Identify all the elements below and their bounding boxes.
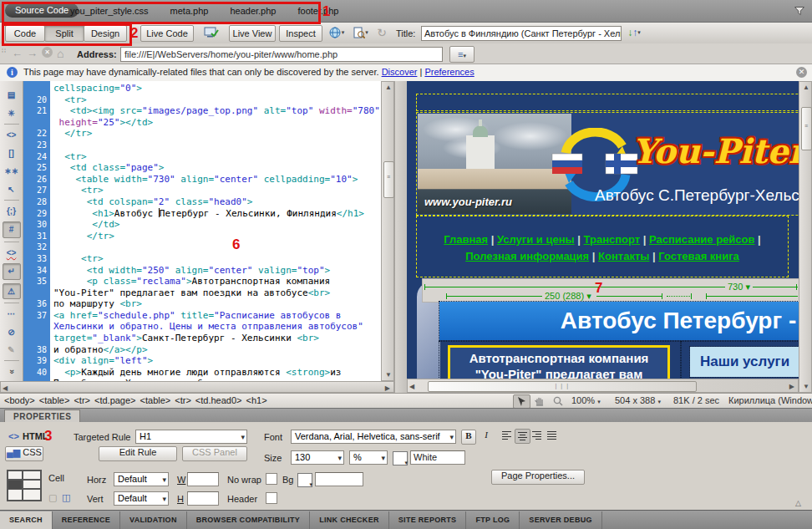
select-tool-icon[interactable] bbox=[513, 394, 530, 409]
align-right-icon[interactable] bbox=[530, 429, 544, 442]
design-view-button[interactable]: Design bbox=[84, 25, 127, 42]
scroll-left-icon[interactable]: ◀ bbox=[3, 384, 8, 392]
related-file-tab[interactable]: footer.php bbox=[297, 3, 338, 18]
results-tab-validation[interactable]: VALIDATION bbox=[120, 511, 187, 529]
targeted-rule-select[interactable]: H1 bbox=[135, 430, 247, 444]
refresh-design-view-icon[interactable]: ↻ bbox=[374, 25, 389, 40]
code-line[interactable]: 38и обратно</a></p> bbox=[23, 344, 381, 356]
scroll-down-icon[interactable]: ▼ bbox=[799, 383, 812, 390]
code-line[interactable]: 40 <p>Каждый день многие люди отправляют… bbox=[23, 367, 381, 379]
toolbar-grip[interactable]: ⁞⁞ bbox=[2, 48, 7, 53]
code-line[interactable]: cellspacing="0"> bbox=[23, 83, 381, 94]
align-center-icon[interactable] bbox=[515, 429, 530, 444]
code-line[interactable]: 24 <tr> bbox=[23, 151, 381, 163]
filter-related-files-icon[interactable] bbox=[794, 5, 805, 17]
discover-link[interactable]: Discover bbox=[382, 67, 418, 77]
preferences-link[interactable]: Preferences bbox=[424, 67, 474, 77]
size-select[interactable]: 130 bbox=[291, 450, 344, 465]
code-line[interactable]: 23 bbox=[23, 140, 381, 151]
code-line[interactable]: target="_blank">Санкт-Петербург - Хельси… bbox=[23, 333, 381, 344]
bg-color-swatch[interactable] bbox=[297, 473, 312, 487]
hand-tool-icon[interactable] bbox=[531, 394, 547, 407]
nav-link[interactable]: Контакты bbox=[598, 250, 649, 262]
code-line[interactable]: 34 <td width="250" align="center" valign… bbox=[23, 265, 381, 277]
tag-selector-item[interactable]: <tr> bbox=[74, 395, 90, 405]
back-icon[interactable]: ← bbox=[12, 47, 23, 59]
apply-comment-icon[interactable]: ⋯ bbox=[3, 307, 20, 321]
bold-button[interactable]: B bbox=[461, 430, 476, 445]
header-checkbox[interactable] bbox=[266, 492, 277, 504]
code-vertical-scrollbar[interactable]: ▲ ≡ ▼ bbox=[381, 81, 394, 381]
nav-link[interactable]: Транспорт bbox=[584, 233, 641, 246]
scroll-right-icon[interactable]: ▶ bbox=[385, 384, 390, 392]
horz-select[interactable]: Default bbox=[114, 472, 169, 486]
code-line[interactable]: 26 <table width="730" align="center" cel… bbox=[23, 174, 381, 186]
align-justify-icon[interactable] bbox=[545, 429, 559, 442]
word-wrap-icon[interactable]: ↵ bbox=[3, 263, 21, 279]
close-info-bar-icon[interactable]: ✕ bbox=[796, 67, 807, 78]
related-file-tab[interactable]: meta.php bbox=[170, 3, 209, 18]
related-file-tab[interactable]: you_piter_style.css bbox=[70, 3, 149, 18]
live-code-button[interactable]: Live Code bbox=[140, 25, 194, 42]
bg-color-field[interactable] bbox=[315, 472, 363, 486]
code-line[interactable]: 20 <tr> bbox=[23, 94, 381, 106]
preview-in-browser-icon[interactable]: ▾ bbox=[327, 25, 346, 40]
line-numbers-icon[interactable]: # bbox=[3, 221, 21, 237]
height-field[interactable] bbox=[187, 491, 219, 506]
results-tab-search[interactable]: SEARCH bbox=[0, 511, 53, 529]
split-cell-icon[interactable]: ◫ bbox=[62, 492, 70, 503]
nav-link[interactable]: Гостевая книга bbox=[658, 250, 739, 262]
source-code-tab[interactable]: Source Code bbox=[5, 3, 79, 18]
tag-selector-item[interactable]: <table> bbox=[140, 395, 171, 405]
design-horizontal-scrollbar[interactable]: ◀ ❘❘❘ ▶ bbox=[407, 379, 799, 393]
design-view[interactable]: www.you-piter.ru bbox=[407, 81, 799, 379]
tag-selector-item[interactable]: <h1> bbox=[246, 395, 267, 405]
wrap-tag-icon[interactable]: ✎ bbox=[3, 343, 20, 357]
code-line[interactable]: 32 bbox=[23, 242, 381, 253]
code-line[interactable]: 37<a href="schedule.php" title="Расписан… bbox=[23, 310, 381, 322]
column-width-menu[interactable]: 250 (288) ▾ bbox=[542, 291, 594, 302]
split-view-button[interactable]: Split bbox=[44, 25, 84, 42]
css-mode-button[interactable]: ▄▆ CSS bbox=[5, 446, 43, 461]
scroll-up-icon[interactable]: ▲ bbox=[382, 84, 395, 91]
code-line[interactable]: 30 </td> bbox=[23, 219, 381, 231]
text-color-swatch[interactable] bbox=[393, 451, 408, 465]
code-line[interactable]: height="25"></td> bbox=[23, 117, 381, 129]
table-width-indicator[interactable]: 730 ▾ 250 (288) ▾ bbox=[422, 278, 799, 303]
table-width-menu[interactable]: 730 ▾ bbox=[725, 282, 753, 292]
code-line[interactable]: 31 </tr> bbox=[23, 231, 381, 242]
forward-icon[interactable]: → bbox=[27, 47, 38, 59]
page-properties-button[interactable]: Page Properties... bbox=[491, 470, 585, 485]
scroll-down-icon[interactable]: ▼ bbox=[382, 371, 395, 379]
check-page-icon[interactable]: ▾ bbox=[351, 25, 371, 40]
tag-selector-item[interactable]: <tr> bbox=[175, 395, 191, 405]
color-name-field[interactable]: White bbox=[410, 450, 465, 465]
select-parent-tag-icon[interactable]: ↖ bbox=[3, 181, 20, 196]
nav-link[interactable]: Расписание рейсов bbox=[649, 233, 754, 246]
edit-rule-button[interactable]: Edit Rule bbox=[99, 446, 177, 461]
code-line[interactable]: 35 <p class="reclama">Автотранспортная к… bbox=[23, 276, 381, 287]
home-icon[interactable]: ⌂ bbox=[57, 47, 63, 60]
code-line[interactable]: 25 <td class="page"> bbox=[23, 162, 381, 174]
tag-selector-item[interactable]: <td.page> bbox=[94, 395, 136, 405]
vert-select[interactable]: Default bbox=[114, 491, 169, 506]
live-view-options-icon[interactable]: ≡▾ bbox=[449, 46, 475, 63]
code-line[interactable]: 22 </tr> bbox=[23, 128, 381, 140]
check-browser-compatibility-icon[interactable] bbox=[200, 25, 222, 40]
code-view-button[interactable]: Code bbox=[5, 25, 45, 42]
related-file-tab[interactable]: header.php bbox=[230, 3, 276, 18]
code-line[interactable]: 36по маршруту <br> bbox=[23, 298, 381, 310]
code-horizontal-scrollbar[interactable]: ◀ ▶ bbox=[0, 381, 394, 393]
design-hscroll-thumb[interactable]: ❘❘❘ bbox=[428, 381, 697, 392]
font-select[interactable]: Verdana, Arial, Helvetica, sans-serif bbox=[291, 430, 456, 444]
collapse-selection-icon[interactable]: [] bbox=[3, 145, 20, 160]
results-tab-site-reports[interactable]: SITE REPORTS bbox=[389, 511, 467, 529]
right-table-cell[interactable]: Наши услуги bbox=[682, 342, 799, 379]
expand-all-icon[interactable]: ∗∗ bbox=[3, 164, 20, 178]
code-line[interactable]: 21 <td><img src="images/page_top.png" al… bbox=[23, 105, 381, 117]
zoom-level-select[interactable]: 100% ▾ bbox=[571, 395, 601, 405]
results-tab-ftp-log[interactable]: FTP LOG bbox=[466, 511, 520, 529]
highlight-invalid-code-icon[interactable]: <> bbox=[3, 246, 20, 260]
page-h1-heading[interactable]: Автобус Петербург - Хельсинки bbox=[439, 302, 799, 340]
open-documents-icon[interactable]: ▤ bbox=[3, 88, 20, 102]
